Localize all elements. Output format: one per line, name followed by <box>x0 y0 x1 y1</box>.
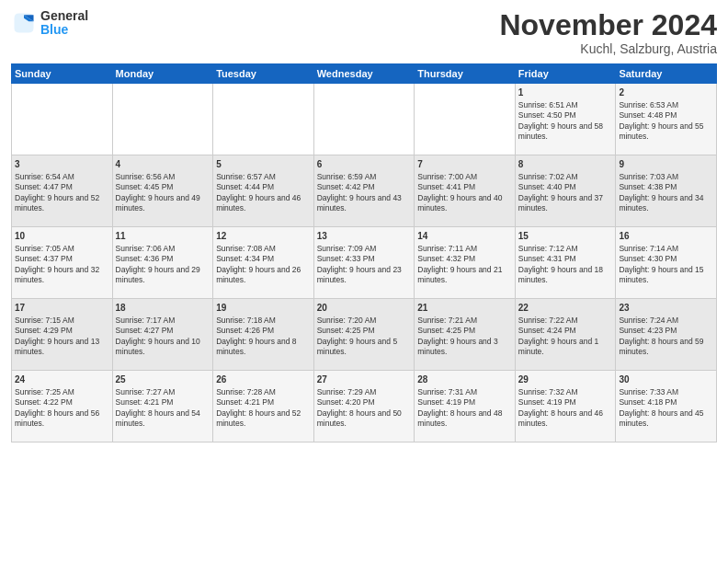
table-row: 2Sunrise: 6:53 AMSunset: 4:48 PMDaylight… <box>616 84 717 155</box>
sunset-text: Sunset: 4:42 PM <box>317 182 412 192</box>
sunset-text: Sunset: 4:30 PM <box>619 254 713 264</box>
daylight-text: Daylight: 8 hours and 59 minutes. <box>619 337 713 358</box>
daylight-text: Daylight: 9 hours and 37 minutes. <box>518 193 613 214</box>
sunrise-text: Sunrise: 7:09 AM <box>317 244 412 254</box>
table-row: 23Sunrise: 7:24 AMSunset: 4:23 PMDayligh… <box>616 299 717 371</box>
logo: General Blue <box>11 9 88 38</box>
table-row <box>112 84 213 155</box>
sunrise-text: Sunrise: 6:53 AM <box>619 100 713 110</box>
table-row: 26Sunrise: 7:28 AMSunset: 4:21 PMDayligh… <box>213 371 314 442</box>
daylight-text: Daylight: 9 hours and 40 minutes. <box>417 193 512 214</box>
sunset-text: Sunset: 4:50 PM <box>518 110 613 121</box>
table-row: 18Sunrise: 7:17 AMSunset: 4:27 PMDayligh… <box>112 299 213 371</box>
logo-text: General Blue <box>40 9 88 38</box>
calendar-container: General Blue November 2024 Kuchl, Salzbu… <box>0 0 728 563</box>
header-tuesday: Tuesday <box>213 64 314 84</box>
day-number: 4 <box>116 158 210 171</box>
table-row: 13Sunrise: 7:09 AMSunset: 4:33 PMDayligh… <box>313 227 415 299</box>
logo-blue-text: Blue <box>40 23 88 37</box>
sunrise-text: Sunrise: 7:15 AM <box>15 316 109 326</box>
daylight-text: Daylight: 9 hours and 46 minutes. <box>216 193 311 214</box>
sunset-text: Sunset: 4:21 PM <box>116 397 210 408</box>
sunset-text: Sunset: 4:32 PM <box>417 254 512 264</box>
sunrise-text: Sunrise: 6:59 AM <box>317 172 412 182</box>
sunset-text: Sunset: 4:25 PM <box>417 326 512 336</box>
table-row: 29Sunrise: 7:32 AMSunset: 4:19 PMDayligh… <box>515 371 616 442</box>
day-number: 9 <box>619 158 713 171</box>
table-row: 9Sunrise: 7:03 AMSunset: 4:38 PMDaylight… <box>616 155 717 227</box>
day-number: 25 <box>116 373 210 386</box>
sunset-text: Sunset: 4:33 PM <box>317 254 412 264</box>
sunrise-text: Sunrise: 7:31 AM <box>417 387 512 397</box>
day-number: 18 <box>116 302 210 315</box>
sunrise-text: Sunrise: 7:17 AM <box>116 316 210 326</box>
day-number: 2 <box>619 86 713 99</box>
sunrise-text: Sunrise: 7:25 AM <box>15 387 109 397</box>
sunrise-text: Sunrise: 7:27 AM <box>116 387 210 397</box>
day-number: 3 <box>15 158 109 171</box>
daylight-text: Daylight: 9 hours and 55 minutes. <box>619 121 713 143</box>
header-row: General Blue November 2024 Kuchl, Salzbu… <box>11 9 717 56</box>
sunset-text: Sunset: 4:47 PM <box>15 182 109 192</box>
day-number: 23 <box>619 302 713 315</box>
sunset-text: Sunset: 4:37 PM <box>15 254 109 264</box>
sunrise-text: Sunrise: 7:32 AM <box>518 387 613 397</box>
day-number: 19 <box>216 302 311 315</box>
sunrise-text: Sunrise: 7:18 AM <box>216 316 311 326</box>
daylight-text: Daylight: 9 hours and 3 minutes. <box>417 337 512 358</box>
daylight-text: Daylight: 9 hours and 1 minute. <box>518 337 613 358</box>
day-number: 12 <box>216 230 311 243</box>
calendar-table: Sunday Monday Tuesday Wednesday Thursday… <box>11 63 717 442</box>
sunset-text: Sunset: 4:21 PM <box>216 397 311 408</box>
day-number: 10 <box>15 230 109 243</box>
sunrise-text: Sunrise: 7:33 AM <box>619 387 713 397</box>
day-number: 26 <box>216 373 311 386</box>
table-row <box>415 84 516 155</box>
sunrise-text: Sunrise: 7:29 AM <box>317 387 412 397</box>
day-number: 5 <box>216 158 311 171</box>
sunset-text: Sunset: 4:27 PM <box>116 326 210 336</box>
daylight-text: Daylight: 8 hours and 56 minutes. <box>15 408 109 430</box>
logo-icon <box>11 10 37 36</box>
table-row: 15Sunrise: 7:12 AMSunset: 4:31 PMDayligh… <box>515 227 616 299</box>
table-row: 8Sunrise: 7:02 AMSunset: 4:40 PMDaylight… <box>515 155 616 227</box>
table-row: 1Sunrise: 6:51 AMSunset: 4:50 PMDaylight… <box>515 84 616 155</box>
sunrise-text: Sunrise: 6:57 AM <box>216 172 311 182</box>
daylight-text: Daylight: 8 hours and 45 minutes. <box>619 408 713 430</box>
sunset-text: Sunset: 4:25 PM <box>317 326 412 336</box>
table-row: 22Sunrise: 7:22 AMSunset: 4:24 PMDayligh… <box>515 299 616 371</box>
sunset-text: Sunset: 4:22 PM <box>15 397 109 408</box>
table-row: 20Sunrise: 7:20 AMSunset: 4:25 PMDayligh… <box>313 299 415 371</box>
sunset-text: Sunset: 4:31 PM <box>518 254 613 264</box>
sunrise-text: Sunrise: 6:54 AM <box>15 172 109 182</box>
daylight-text: Daylight: 9 hours and 49 minutes. <box>116 193 210 214</box>
table-row <box>12 84 113 155</box>
daylight-text: Daylight: 9 hours and 13 minutes. <box>15 337 109 358</box>
sunset-text: Sunset: 4:34 PM <box>216 254 311 264</box>
header-sunday: Sunday <box>12 64 113 84</box>
table-row: 3Sunrise: 6:54 AMSunset: 4:47 PMDaylight… <box>12 155 113 227</box>
day-number: 13 <box>317 230 412 243</box>
table-row: 21Sunrise: 7:21 AMSunset: 4:25 PMDayligh… <box>415 299 516 371</box>
sunset-text: Sunset: 4:19 PM <box>417 397 512 408</box>
table-row: 7Sunrise: 7:00 AMSunset: 4:41 PMDaylight… <box>415 155 516 227</box>
table-row: 30Sunrise: 7:33 AMSunset: 4:18 PMDayligh… <box>616 371 717 442</box>
table-row: 16Sunrise: 7:14 AMSunset: 4:30 PMDayligh… <box>616 227 717 299</box>
daylight-text: Daylight: 9 hours and 5 minutes. <box>317 337 412 358</box>
sunrise-text: Sunrise: 7:28 AM <box>216 387 311 397</box>
table-row <box>213 84 314 155</box>
daylight-text: Daylight: 8 hours and 54 minutes. <box>116 408 210 430</box>
daylight-text: Daylight: 9 hours and 8 minutes. <box>216 337 311 358</box>
day-number: 24 <box>15 373 109 386</box>
sunrise-text: Sunrise: 7:24 AM <box>619 316 713 326</box>
sunset-text: Sunset: 4:40 PM <box>518 182 613 192</box>
sunset-text: Sunset: 4:18 PM <box>619 397 713 408</box>
day-number: 6 <box>317 158 412 171</box>
sunset-text: Sunset: 4:23 PM <box>619 326 713 336</box>
sunrise-text: Sunrise: 7:06 AM <box>116 244 210 254</box>
daylight-text: Daylight: 8 hours and 46 minutes. <box>518 408 613 430</box>
daylight-text: Daylight: 8 hours and 48 minutes. <box>417 408 512 430</box>
sunrise-text: Sunrise: 7:12 AM <box>518 244 613 254</box>
daylight-text: Daylight: 9 hours and 18 minutes. <box>518 265 613 286</box>
sunrise-text: Sunrise: 7:11 AM <box>417 244 512 254</box>
